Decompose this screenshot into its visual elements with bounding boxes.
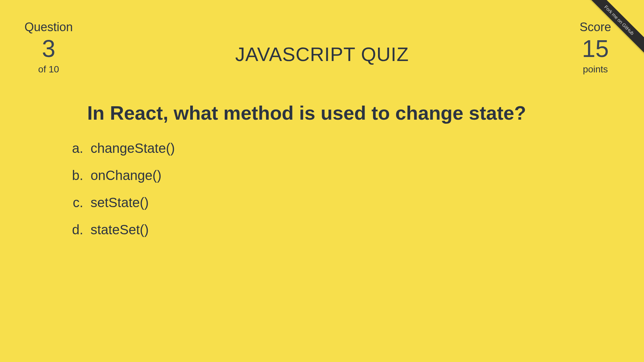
question-number: 3 — [23, 36, 74, 62]
question-counter: Question 3 of 10 — [23, 20, 74, 75]
page-title: JAVASCRIPT QUIZ — [235, 43, 409, 65]
question-text: In React, what method is used to change … — [67, 102, 577, 124]
answer-list: a. changeState() b. onChange() c. setSta… — [67, 141, 577, 237]
answer-text: setState() — [91, 195, 149, 210]
github-ribbon-container: Fork me on GitHub — [577, 0, 644, 67]
question-label: Question — [23, 20, 74, 34]
answer-text: onChange() — [91, 168, 161, 183]
quiz-content: In React, what method is used to change … — [0, 75, 644, 237]
answer-option-a[interactable]: a. changeState() — [67, 141, 577, 156]
answer-letter: d. — [67, 222, 91, 237]
answer-option-b[interactable]: b. onChange() — [67, 168, 577, 183]
github-ribbon[interactable]: Fork me on GitHub — [582, 0, 644, 57]
question-total: of 10 — [23, 64, 74, 75]
answer-text: stateSet() — [91, 222, 149, 237]
header: Question 3 of 10 JAVASCRIPT QUIZ Score 1… — [0, 0, 644, 75]
answer-letter: b. — [67, 168, 91, 183]
answer-letter: c. — [67, 195, 91, 210]
answer-option-c[interactable]: c. setState() — [67, 195, 577, 210]
answer-letter: a. — [67, 141, 91, 156]
answer-option-d[interactable]: d. stateSet() — [67, 222, 577, 237]
answer-text: changeState() — [91, 141, 175, 156]
